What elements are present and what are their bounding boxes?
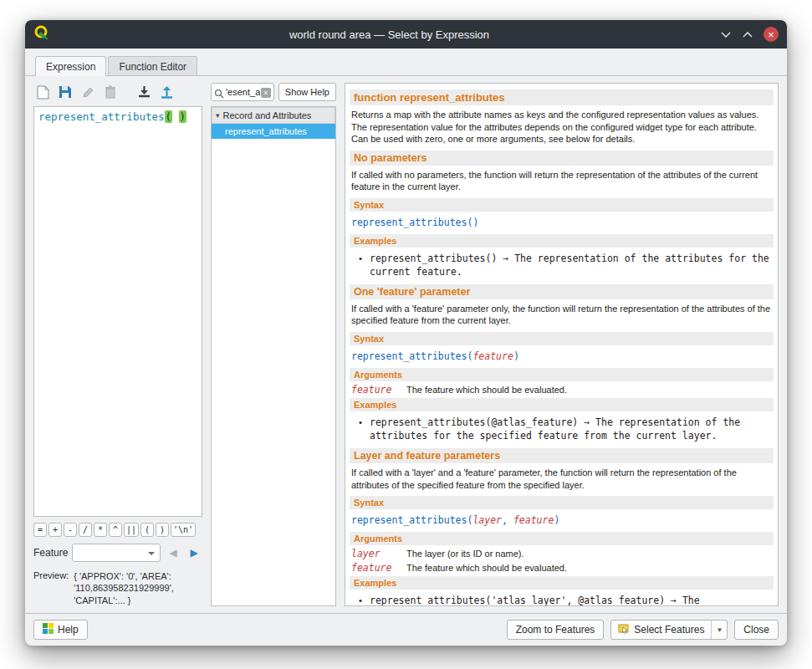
delete-expression-button[interactable] [101,83,120,101]
select-features-icon [618,623,630,637]
tree-item-represent-attributes[interactable]: represent_attributes [212,124,335,139]
argument-description: The feature which should be evaluated. [406,563,567,573]
expression-function-token: represent_attributes [38,110,165,123]
expression-toolbar [33,83,202,101]
new-expression-button[interactable] [33,83,52,101]
argument-name: layer [351,548,395,559]
syntax-arg-layer: layer [472,514,502,526]
next-feature-button[interactable]: ▶ [186,544,202,561]
zoom-to-features-button[interactable]: Zoom to Features [507,620,605,640]
tree-group-label: Record and Attributes [223,110,312,120]
tree-group-record-and-attributes[interactable]: ▾ Record and Attributes [212,107,335,124]
examples-label: Examples [350,576,774,590]
unshade-icon[interactable] [742,28,753,40]
window-title: world round area — Select by Expression [75,28,703,41]
function-list-panel: × Show Help ▾ Record and Attributes repr… [211,83,336,606]
examples-label: Examples [350,398,774,411]
search-row: × Show Help [211,83,336,101]
operator-newline-button[interactable]: '\n' [171,523,196,537]
operator-open-paren-button[interactable]: ( [140,523,154,537]
function-help-content: function represent_attributes Returns a … [345,84,778,606]
argument-name: feature [351,562,395,574]
syntax-function-name: represent_attributes [351,217,467,228]
argument-row: feature The feature which should be eval… [351,384,772,396]
operator-close-paren-button[interactable]: ) [156,523,169,537]
section-heading: Layer and feature parameters [350,448,774,463]
syntax-close-paren: ) [554,514,559,526]
clear-search-icon[interactable]: × [261,88,271,98]
help-button[interactable]: Help [33,620,88,640]
tab-bar: Expression Function Editor [25,49,787,75]
save-expression-button[interactable] [56,83,74,101]
previous-feature-button[interactable]: ◀ [165,544,181,561]
search-box: × [211,83,274,101]
close-button-label: Close [743,624,769,636]
edit-expression-button[interactable] [79,83,97,101]
operator-multiply-button[interactable]: * [94,523,107,537]
operator-plus-button[interactable]: + [49,523,62,537]
section-body: If called with a 'layer' and a 'feature'… [351,467,772,491]
qgis-logo-icon [33,24,50,44]
help-icon [43,623,54,636]
open-paren-token: ( [165,110,173,123]
help-button-label: Help [58,624,79,636]
syntax-label: Syntax [350,496,774,509]
zoom-to-features-label: Zoom to Features [516,624,595,636]
syntax-separator: , [502,514,513,526]
section-heading: One 'feature' parameter [350,284,774,299]
select-by-expression-dialog: world round area — Select by Expression … [25,20,787,646]
titlebar[interactable]: world round area — Select by Expression … [25,20,787,49]
feature-row: Feature ◀ ▶ [33,544,202,562]
syntax-label: Syntax [350,332,774,345]
function-help-panel[interactable]: function represent_attributes Returns a … [345,83,779,606]
show-help-button[interactable]: Show Help [278,83,336,101]
operator-power-button[interactable]: ^ [109,523,122,537]
section-body: If called with no parameters, the functi… [351,169,772,193]
example-arrow: → [671,595,677,606]
example-code: represent_attributes() [370,253,497,264]
import-expression-button[interactable] [135,83,153,101]
syntax-function-name: represent_attributes [351,350,467,362]
example-code: represent_attributes(@atlas_feature) [370,416,578,428]
argument-row: feature The feature which should be eval… [351,562,772,574]
syntax-code: represent_attributes() [351,217,772,228]
dialog-footer: Help Zoom to Features Select Features ▼ [25,613,787,646]
operator-minus-button[interactable]: - [64,523,77,537]
argument-row: layer The layer (or its ID or name). [351,548,772,559]
select-features-dropdown-icon[interactable]: ▼ [711,620,727,639]
syntax-label: Syntax [350,198,774,212]
arguments-label: Arguments [350,532,774,545]
syntax-arg-feature: feature [472,350,513,362]
close-icon[interactable]: × [763,27,779,42]
select-features-button[interactable]: Select Features [611,620,711,639]
tree-expander-icon[interactable]: ▾ [216,111,220,120]
tab-function-editor[interactable]: Function Editor [108,56,197,76]
tab-expression[interactable]: Expression [35,56,106,76]
syntax-arg-feature: feature [513,514,554,526]
syntax-function-name: represent_attributes [351,514,467,526]
expression-editor[interactable]: represent_attributes( ) [33,106,202,517]
operator-equals-button[interactable]: = [33,523,47,537]
dialog-content: represent_attributes( ) = + - / * ^ || (… [25,75,787,613]
preview-label: Preview: [33,570,69,606]
example-arrow: → [503,253,508,264]
help-title: function represent_attributes [350,89,774,105]
example-item: represent_attributes() → The representat… [370,252,772,278]
section-heading: No parameters [350,151,774,166]
argument-name: feature [351,384,395,396]
shade-icon[interactable] [720,28,732,40]
syntax-close-paren: ) [513,350,519,362]
desktop-background: world round area — Select by Expression … [0,0,812,669]
feature-combobox[interactable] [72,544,161,562]
section-body: If called with a 'feature' parameter onl… [351,303,772,327]
close-paren-token: ) [179,110,187,123]
arguments-label: Arguments [350,368,774,381]
select-features-label: Select Features [634,624,704,636]
function-tree[interactable]: ▾ Record and Attributes represent_attrib… [211,106,336,606]
export-expression-button[interactable] [157,83,176,101]
example-code: represent_attributes('atlas_layer', @atl… [370,595,665,606]
operator-divide-button[interactable]: / [79,523,92,537]
close-button[interactable]: Close [734,620,779,640]
feature-label: Feature [33,547,68,559]
operator-concat-button[interactable]: || [124,523,139,537]
